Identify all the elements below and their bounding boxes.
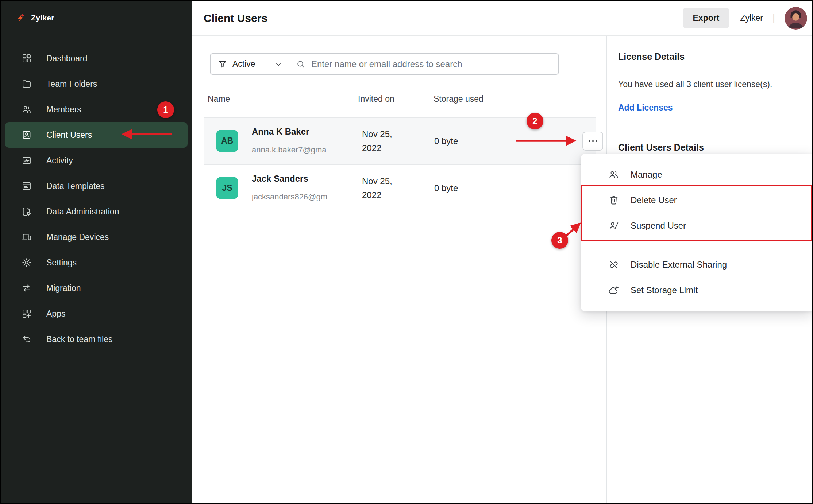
sidebar-item-label: Members [46,105,81,115]
sidebar-item-activity[interactable]: Activity [1,148,192,173]
row-actions-menu: Manage Delete User Suspend User Disable … [581,154,812,311]
sidebar-item-manage-devices[interactable]: Manage Devices [1,224,192,250]
annotation-step-3: 3 [551,232,568,249]
client-users-page: Zylker Dashboard Team Folders Members Cl… [0,0,813,504]
main-content: Active Name Invited on Storage used AB A… [192,36,606,503]
table-header: Name Invited on Storage used [204,94,596,104]
data-administration-icon [22,206,32,217]
column-header-name: Name [204,94,358,104]
user-name-block: Jack Sanders jacksanders826@gm [252,174,350,201]
sidebar-item-apps[interactable]: Apps [1,301,192,326]
sidebar-item-label: Dashboard [46,54,88,63]
settings-icon [22,257,32,268]
annotation-step-1: 1 [157,101,174,118]
menu-item-label: Delete User [631,195,677,205]
user-avatar[interactable] [785,7,807,30]
invited-on-cell: Nov 25, 2022 [362,174,392,202]
user-name-block: Anna K Baker anna.k.baker7@gma [252,127,350,154]
dashboard-icon [22,53,32,63]
export-button[interactable]: Export [683,8,729,28]
top-bar: Client Users Export Zylker | [192,1,812,36]
search-input[interactable] [311,59,552,70]
members-icon [22,104,32,115]
back-icon [22,334,32,344]
menu-item-delete-user[interactable]: Delete User [581,187,812,213]
menu-item-set-storage-limit[interactable]: Set Storage Limit [581,278,812,303]
invited-on-cell: Nov 25, 2022 [362,127,392,155]
column-header-invited-on: Invited on [358,94,434,104]
chevron-down-icon [275,61,282,68]
data-templates-icon [22,181,32,191]
page-title: Client Users [204,12,267,24]
row-actions-button[interactable] [582,132,603,151]
brand-name: Zylker [31,13,54,22]
sidebar-item-label: Activity [46,156,73,166]
sidebar-item-migration[interactable]: Migration [1,275,192,301]
menu-item-disable-external-sharing[interactable]: Disable External Sharing [581,252,812,278]
table-row[interactable]: JS Jack Sanders jacksanders826@gm Nov 25… [204,165,596,212]
license-message: You have used all 3 client user license(… [618,79,803,90]
header-divider: | [772,12,775,24]
apps-icon [22,309,32,319]
sidebar: Zylker Dashboard Team Folders Members Cl… [1,1,192,503]
invited-date-line2: 2022 [362,188,392,202]
suspend-user-icon [608,220,619,231]
sidebar-item-label: Manage Devices [46,232,109,242]
search-box[interactable] [289,53,559,75]
sidebar-item-settings[interactable]: Settings [1,250,192,275]
sidebar-item-dashboard[interactable]: Dashboard [1,46,192,71]
manage-devices-icon [22,232,32,242]
license-details-title: License Details [618,51,803,62]
storage-used-cell: 0 byte [434,183,458,193]
menu-item-label: Set Storage Limit [631,285,698,295]
filter-dropdown[interactable]: Active [210,53,289,75]
toolbar: Active [210,53,559,75]
user-email: anna.k.baker7@gma [252,146,344,154]
menu-item-suspend-user[interactable]: Suspend User [581,213,812,239]
column-header-storage-used: Storage used [434,94,596,104]
initials-avatar: AB [216,130,238,152]
account-name[interactable]: Zylker [740,13,763,23]
sidebar-item-label: Data Administration [46,207,119,217]
sidebar-nav: Dashboard Team Folders Members Client Us… [1,46,192,352]
storage-used-cell: 0 byte [434,136,458,146]
panel-divider [618,125,803,125]
user-email: jacksanders826@gm [252,193,344,201]
sidebar-item-label: Migration [46,283,81,293]
invited-date-line1: Nov 25, [362,127,392,141]
initials-avatar: JS [216,177,238,199]
menu-divider [581,244,812,244]
sidebar-item-data-administration[interactable]: Data Administration [1,199,192,224]
storage-limit-icon [608,285,619,296]
menu-item-label: Suspend User [631,221,686,231]
invited-date-line1: Nov 25, [362,174,392,188]
avatar-initials: AB [221,136,233,146]
sidebar-item-label: Client Users [46,130,92,140]
sidebar-item-client-users[interactable]: Client Users [5,122,188,148]
search-icon [296,59,305,69]
invited-date-line2: 2022 [362,141,392,155]
team-folders-icon [22,79,32,89]
trash-icon [608,195,619,206]
brand: Zylker [1,1,192,35]
sidebar-item-label: Team Folders [46,79,97,89]
disable-sharing-icon [608,259,619,270]
more-options-icon [587,135,599,147]
manage-icon [608,169,619,180]
add-licenses-link[interactable]: Add Licenses [618,102,673,113]
activity-icon [22,155,32,166]
sidebar-item-label: Back to team files [46,334,113,344]
sidebar-item-label: Settings [46,258,77,268]
migration-icon [22,283,32,293]
users-table: AB Anna K Baker anna.k.baker7@gma Nov 25… [204,117,596,212]
sidebar-item-team-folders[interactable]: Team Folders [1,71,192,97]
zylker-logo-icon [16,13,26,23]
filter-funnel-icon [218,59,227,69]
sidebar-item-label: Data Templates [46,181,104,191]
top-bar-actions: Export Zylker | [683,7,807,30]
sidebar-item-back-to-team-files[interactable]: Back to team files [1,326,192,352]
menu-item-label: Manage [631,170,662,180]
menu-item-manage[interactable]: Manage [581,162,812,187]
filter-value: Active [232,59,255,69]
sidebar-item-data-templates[interactable]: Data Templates [1,173,192,199]
